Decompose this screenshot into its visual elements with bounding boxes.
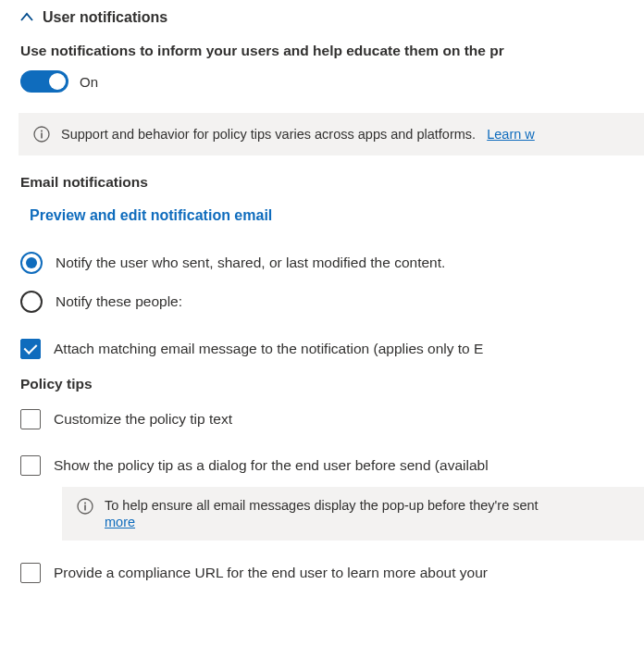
section-description: Use notifications to inform your users a…: [20, 43, 644, 59]
policy-tips-support-banner: Support and behavior for policy tips var…: [19, 113, 644, 155]
svg-point-1: [41, 131, 43, 132]
show-tip-dialog-label: Show the policy tip as a dialog for the …: [54, 457, 489, 474]
compliance-url-label: Provide a compliance URL for the end use…: [54, 565, 488, 581]
preview-edit-email-link[interactable]: Preview and edit notification email: [30, 207, 644, 224]
section-title: User notifications: [43, 9, 167, 26]
notify-these-people-label: Notify these people:: [56, 293, 182, 310]
customize-tip-text-checkbox[interactable]: [20, 409, 41, 429]
notifications-toggle[interactable]: [20, 70, 68, 93]
policy-tips-title: Policy tips: [20, 376, 644, 392]
popup-banner-text: To help ensure all email messages displa…: [105, 498, 539, 513]
attach-email-checkbox[interactable]: [20, 339, 41, 359]
show-tip-dialog-checkbox[interactable]: [20, 455, 41, 476]
info-icon: [77, 498, 93, 515]
customize-tip-text-label: Customize the policy tip text: [54, 411, 232, 428]
email-notifications-title: Email notifications: [20, 174, 644, 191]
banner-learn-link[interactable]: Learn w: [487, 127, 535, 142]
section-header[interactable]: User notifications: [20, 9, 644, 26]
notify-sender-label: Notify the user who sent, shared, or las…: [56, 255, 445, 271]
popup-info-banner: To help ensure all email messages displa…: [62, 487, 644, 541]
banner-text: Support and behavior for policy tips var…: [61, 127, 476, 142]
info-icon: [33, 126, 50, 143]
svg-rect-5: [84, 505, 86, 511]
compliance-url-checkbox[interactable]: [20, 563, 41, 583]
chevron-up-icon: [20, 11, 33, 24]
attach-email-label: Attach matching email message to the not…: [54, 341, 483, 357]
toggle-label: On: [80, 74, 98, 90]
notify-sender-radio[interactable]: [20, 252, 43, 274]
popup-banner-more-link[interactable]: more: [105, 515, 539, 529]
notify-these-people-radio[interactable]: [20, 291, 43, 313]
svg-rect-2: [41, 133, 43, 139]
svg-point-4: [84, 503, 86, 504]
